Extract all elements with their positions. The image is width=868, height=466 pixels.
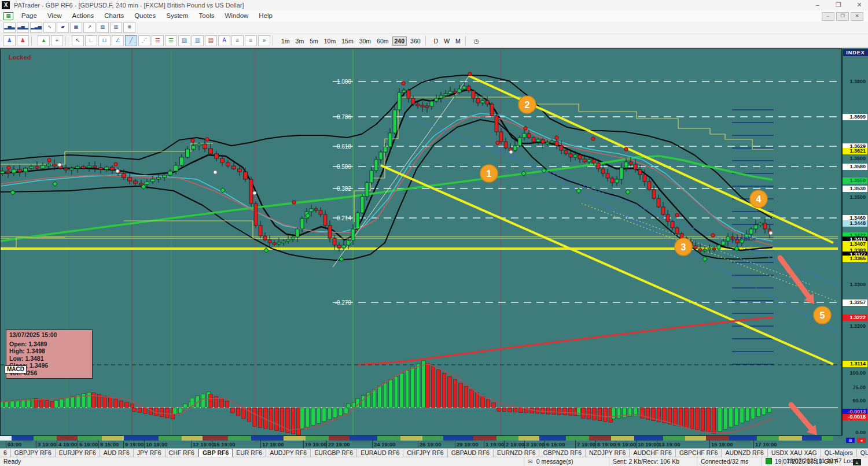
mdi-restore-button[interactable]: ❐ — [836, 12, 849, 21]
chart-type-icon-2[interactable]: ▃▅▂ — [17, 22, 29, 33]
info-open: Open: 1.3489 — [9, 341, 89, 348]
tab-euraud-rf6[interactable]: EURAUD RF6 — [357, 449, 403, 457]
levels-tool-red-icon[interactable]: ≡ — [231, 35, 244, 46]
time-tick-label: 3 19:00 — [524, 441, 545, 448]
tab-chf-rf6[interactable]: CHF RF6 — [165, 449, 198, 457]
chart-type-icon-8[interactable]: ▨ — [97, 22, 109, 33]
chart-type-icon-4[interactable]: ∿ — [43, 22, 56, 33]
axis-label-1.3500: 1.3500 — [843, 194, 867, 201]
timeframe-10m[interactable]: 10m — [322, 36, 338, 46]
levels-tool-green-icon[interactable]: ≡ — [245, 35, 257, 46]
time-tick-label: 17 19:00 — [260, 441, 284, 448]
maximize-button[interactable]: ❐ — [832, 0, 845, 10]
period-D[interactable]: D — [432, 36, 441, 46]
fib-tool-red-icon[interactable]: ☰ — [152, 35, 164, 46]
chart-type-icon-3[interactable]: ▂▃▅ — [30, 22, 42, 33]
fib-label: 0.382 — [337, 186, 351, 192]
fib-label: 0.786 — [337, 114, 351, 120]
mdi-minimize-button[interactable]: – — [822, 12, 834, 21]
chart-type-icon-9[interactable]: ▥ — [110, 22, 122, 33]
tab-gbp-rf6[interactable]: GBP RF6 — [198, 449, 233, 457]
sell-marker-tool-icon[interactable]: ♟ — [17, 35, 29, 46]
tab-eurgbp-rf6[interactable]: EURGBP RF6 — [311, 449, 357, 457]
tab-jpy-rf6[interactable]: JPY RF6 — [134, 449, 165, 457]
timeframe-60m[interactable]: 60m — [374, 36, 391, 46]
tab-audjpy-rf6[interactable]: AUDJPY RF6 — [266, 449, 311, 457]
menu-window[interactable]: Window — [219, 10, 253, 21]
close-button[interactable]: ✕ — [853, 0, 866, 10]
tab-eurnzd-rf6[interactable]: EURNZD RF6 — [494, 449, 540, 457]
tab-gbpchf-rf6[interactable]: GBPCHF RF6 — [676, 449, 722, 457]
menu-view[interactable]: View — [42, 10, 67, 21]
time-tick-label: 3 19:00 — [36, 441, 56, 448]
svg-text:5: 5 — [820, 310, 825, 320]
chart-type-icon-7[interactable]: ↗ — [83, 22, 95, 33]
tab-aud-rf6[interactable]: AUD RF6 — [100, 449, 134, 457]
timeframe-3m[interactable]: 3m — [293, 36, 307, 46]
timeframe-1m[interactable]: 1m — [279, 36, 292, 46]
tab-gbpnzd-rf6[interactable]: GBPNZD RF6 — [539, 449, 586, 457]
tab-nzdjpy-rf6[interactable]: NZDJPY RF6 — [586, 449, 630, 457]
period-M[interactable]: M — [453, 36, 463, 46]
axis-scroll-icon[interactable]: ◂ — [857, 438, 866, 443]
sell-signal-dot — [524, 127, 527, 130]
cursor-tool-icon[interactable]: ↖ — [72, 35, 84, 46]
fib-tool-green-icon[interactable]: ☰ — [165, 35, 177, 46]
menu-page[interactable]: Page — [16, 10, 42, 21]
axis-label--0.0018: -0.0018 — [843, 414, 867, 420]
mdi-close-button[interactable]: ✕ — [851, 12, 863, 21]
tab-ql-exotics[interactable]: QL-Exotics — [857, 449, 868, 457]
price-chart-canvas[interactable]: 1.0000.7860.6180.5000.3820.214-0.2701234… — [0, 0, 868, 466]
menu-system[interactable]: System — [161, 10, 193, 21]
tab-eur-rf6[interactable]: EUR RF6 — [233, 449, 266, 457]
tab-audchf-rf6[interactable]: AUDCHF RF6 — [630, 449, 676, 457]
marker-dot — [253, 191, 256, 195]
grid-tool-icon[interactable]: ▥ — [192, 35, 204, 46]
tab-chfjpy-rf6[interactable]: CHFJPY RF6 — [403, 449, 447, 457]
time-axis[interactable]: 03:003 19:004 19:005 19:008 15:009 19:00… — [0, 441, 842, 448]
sell-signal-dot — [292, 201, 296, 204]
period-W[interactable]: W — [442, 36, 452, 46]
menu-charts[interactable]: Charts — [99, 10, 129, 21]
tab-gbpjpy-rf6[interactable]: GBPJPY RF6 — [11, 449, 56, 457]
marker-dot — [509, 150, 513, 154]
tab-ql-majors[interactable]: QL-Majors — [821, 449, 857, 457]
menu-tools[interactable]: Tools — [194, 10, 220, 21]
chart-type-icon-6[interactable]: ▦ — [70, 22, 82, 33]
timeframe-240[interactable]: 240 — [392, 36, 407, 46]
chart-type-icon-5[interactable]: ▰ — [57, 22, 69, 33]
time-tick-label: 9 19:00 — [616, 441, 636, 448]
axis-label-1.3200: 1.3200 — [843, 323, 867, 330]
tab-audnzd-rf6[interactable]: AUDNZD RF6 — [722, 449, 768, 457]
timeframe-15m[interactable]: 15m — [339, 36, 355, 46]
timeframe-360[interactable]: 360 — [408, 36, 423, 46]
text-tool-icon[interactable]: A — [218, 35, 230, 46]
crosshair-tool-icon[interactable]: + — [51, 35, 63, 46]
channel-tool-icon[interactable]: ⋰ — [138, 35, 150, 46]
menu-quotes[interactable]: Quotes — [129, 10, 161, 21]
tab-gbpaud-rf6[interactable]: GBPAUD RF6 — [448, 449, 494, 457]
axis-expand-icon[interactable]: ⊞ — [846, 438, 855, 443]
timeframe-30m[interactable]: 30m — [357, 36, 373, 46]
pattern-tool-icon[interactable]: ▨ — [178, 35, 190, 46]
tab-eurjpy-rf6[interactable]: EURJPY RF6 — [56, 449, 100, 457]
chart-page-icon[interactable]: ▦ — [3, 12, 13, 20]
tab-6[interactable]: 6 — [0, 449, 11, 457]
timeframe-5m[interactable]: 5m — [307, 36, 321, 46]
chart-type-icon-1[interactable]: ▂▅▃ — [3, 22, 16, 33]
tab-usdx-xau-xag[interactable]: USDX XAU XAG — [768, 449, 821, 457]
trendline-tool-icon[interactable]: ╱ — [125, 35, 137, 46]
vline-tool-icon[interactable]: ⊔ — [98, 35, 111, 46]
hline-tool-icon[interactable]: ∟ — [85, 35, 97, 46]
buy-marker-tool-icon[interactable]: ♟ — [3, 35, 16, 46]
more-tools-icon[interactable]: » — [258, 35, 270, 46]
area-chart-tool-icon[interactable]: ▲ — [38, 35, 50, 46]
chart-type-icon-10[interactable]: ≣ — [123, 22, 135, 33]
angle-tool-icon[interactable]: ∠ — [112, 35, 124, 46]
zone-tool-icon[interactable]: ▤ — [205, 35, 217, 46]
minimize-button[interactable]: – — [811, 0, 824, 10]
menu-help[interactable]: Help — [253, 10, 278, 21]
axis-label-1.3550: 1.3550 — [843, 177, 867, 184]
menu-actions[interactable]: Actions — [67, 10, 100, 21]
clock-icon[interactable]: ◷ — [472, 36, 481, 46]
